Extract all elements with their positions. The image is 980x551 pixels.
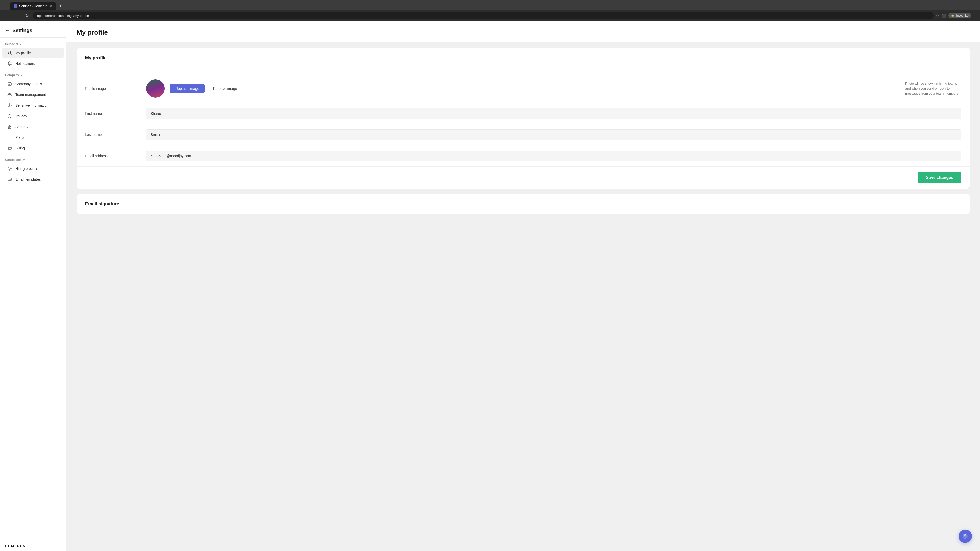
sidebar-item-notifications[interactable]: Notifications [2,59,64,68]
sidebar-item-security[interactable]: Security [2,122,64,132]
security-icon [7,124,12,129]
toolbar-right: ☆ ⬛ 🕵 Incognito ⋮ [936,13,977,18]
hiring-process-icon [7,166,12,171]
back-button[interactable]: ← [3,12,11,19]
browser-chrome: ⌄ H Settings · Homerun ✕ + ← → ↻ ☆ ⬛ 🕵 I… [0,0,980,21]
replace-image-button[interactable]: Replace image [170,84,205,93]
company-details-icon [7,81,12,86]
personal-dropdown-arrow[interactable]: ▼ [19,43,22,46]
sidebar-item-hiring-process[interactable]: Hiring process [2,164,64,174]
sidebar-header: ← Settings [0,21,66,38]
remove-image-button[interactable]: Remove image [210,84,240,93]
candidates-section-label: Candidates ▼ [0,154,66,163]
sidebar-item-team-management[interactable]: Team management [2,89,64,100]
help-fab[interactable] [959,530,972,543]
sidebar-item-privacy[interactable]: Privacy [2,111,64,121]
back-arrow-icon[interactable]: ← [5,28,10,33]
tab-bar: ⌄ H Settings · Homerun ✕ + [0,0,980,10]
sidebar-item-company-details[interactable]: Company details [2,79,64,89]
browser-toolbar: ← → ↻ ☆ ⬛ 🕵 Incognito ⋮ [0,10,980,21]
company-details-label: Company details [15,82,42,86]
hiring-process-label: Hiring process [15,167,38,171]
personal-section-label: Personal ▼ [0,38,66,48]
privacy-icon [7,114,12,119]
sidebar-item-plans[interactable]: Plans [2,132,64,143]
svg-point-9 [8,167,11,170]
last-name-input[interactable] [146,129,961,140]
page-title: My profile [76,29,970,37]
sidebar-item-my-profile[interactable]: My profile [2,48,64,58]
homerun-logo-text: HOMERUN [5,544,61,548]
last-name-label: Last name [85,133,146,137]
svg-rect-7 [8,147,11,149]
svg-point-0 [9,51,11,53]
reload-button[interactable]: ↻ [24,12,30,19]
first-name-control [146,108,961,119]
email-row: Email address [77,145,969,167]
security-label: Security [15,125,28,129]
incognito-label: Incognito [956,14,969,17]
new-tab-button[interactable]: + [57,2,64,10]
tab-nav-arrows[interactable]: ⌄ [2,3,9,9]
menu-icon[interactable]: ⋮ [974,14,977,17]
svg-rect-11 [8,178,11,181]
first-name-input[interactable] [146,108,961,119]
svg-rect-8 [8,148,10,149]
bookmark-icon[interactable]: ☆ [936,14,939,17]
app-container: ← Settings Personal ▼ My profile [0,21,980,551]
sidebar-item-sensitive-information[interactable]: Sensitive information [2,100,64,110]
page-header: My profile [66,21,980,42]
sensitive-information-icon [7,103,12,108]
profile-image-hint: Photo will be shown in hiring teams and … [905,81,961,96]
sidebar: ← Settings Personal ▼ My profile [0,21,66,551]
billing-icon [7,146,12,151]
address-bar[interactable] [33,12,934,19]
card-header-section: My profile [77,48,969,74]
forward-button[interactable]: → [13,12,21,19]
first-name-label: First name [85,111,146,116]
email-control [146,151,961,161]
billing-label: Billing [15,146,25,150]
email-signature-card: Email signature [76,194,970,214]
first-name-row: First name [77,103,969,124]
svg-point-3 [10,94,11,95]
candidates-dropdown-arrow[interactable]: ▼ [23,159,25,162]
team-management-label: Team management [15,93,46,97]
sidebar-toggle-icon[interactable]: ⬛ [942,14,946,17]
tab-favicon: H [14,4,17,8]
incognito-badge: 🕵 Incognito [948,13,971,18]
email-signature-title: Email signature [85,201,961,206]
save-changes-button[interactable]: Save changes [918,171,961,183]
tab-close-button[interactable]: ✕ [49,4,52,8]
save-button-row: Save changes [77,167,969,189]
company-section-label: Company ▼ [0,69,66,79]
incognito-icon: 🕵 [951,14,955,17]
company-dropdown-arrow[interactable]: ▼ [20,74,23,77]
profile-image-inner: Replace image Remove image Photo will be… [146,79,961,98]
profile-image-label: Profile image [85,86,146,91]
profile-image-row: Profile image Replace image Remove image… [77,74,969,103]
plans-label: Plans [15,135,24,140]
email-input[interactable] [146,151,961,161]
sidebar-item-email-templates[interactable]: Email templates [2,174,64,184]
sidebar-item-billing[interactable]: Billing [2,143,64,153]
profile-image-control: Replace image Remove image Photo will be… [146,79,961,98]
svg-point-13 [965,537,966,538]
svg-point-6 [10,127,10,128]
team-management-icon [7,92,12,97]
tab-label: Settings · Homerun [19,4,48,8]
active-tab[interactable]: H Settings · Homerun ✕ [10,2,56,10]
main-content: My profile My profile Profile image [66,21,980,551]
svg-point-2 [8,93,10,95]
last-name-control [146,129,961,140]
notifications-label: Notifications [15,62,35,65]
my-profile-card: My profile Profile image Replace image R… [76,48,970,189]
last-name-row: Last name [77,124,969,145]
avatar [146,79,165,98]
privacy-label: Privacy [15,114,27,118]
email-signature-section: Email signature [77,194,969,214]
avatar-image [146,79,165,98]
email-templates-label: Email templates [15,177,41,181]
content-area: My profile Profile image Replace image R… [66,42,980,225]
settings-title: Settings [12,27,32,33]
